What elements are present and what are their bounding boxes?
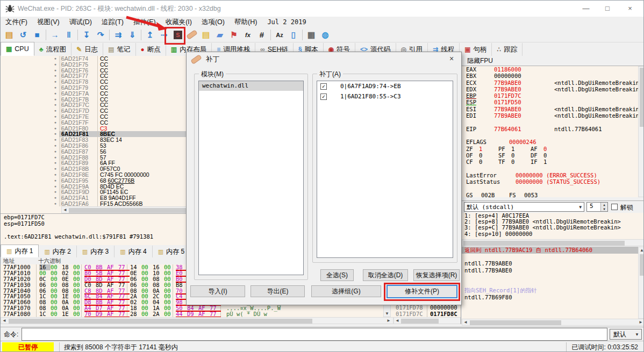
breakpoint-dot-icon[interactable]: ●: [1, 97, 59, 103]
argument-line[interactable]: 4: [esp+10] 00000000: [462, 231, 644, 237]
module-list-item[interactable]: wechatwin.dll: [199, 81, 303, 91]
breakpoint-dot-icon[interactable]: ●: [1, 195, 59, 201]
breakpoint-dot-icon[interactable]: ●: [1, 126, 59, 132]
breakpoint-dot-icon[interactable]: ●: [1, 85, 59, 91]
tab-graph[interactable]: ♣流程图: [34, 43, 71, 56]
register-line[interactable]: CF0TF0IF1: [462, 159, 638, 165]
hide-fpu-button[interactable]: 隐藏FPU: [462, 56, 644, 66]
menu-item-帮助(H)[interactable]: 帮助(H): [230, 17, 262, 28]
breakpoint-dot-icon[interactable]: ●: [1, 79, 59, 85]
register-line[interactable]: [462, 165, 638, 171]
menu-item-选项(O)[interactable]: 选项(O): [197, 17, 230, 28]
stack-info-line[interactable]: 返回到 ntdll.77B9AC19 自 ntdll.77B64060: [462, 247, 638, 254]
attach-icon[interactable]: ▯: [287, 28, 300, 41]
breakpoint-dot-icon[interactable]: ●: [1, 120, 59, 126]
dump-col-address[interactable]: 地址: [3, 257, 15, 265]
step-out-icon[interactable]: ↥: [143, 28, 157, 41]
register-line[interactable]: EAX01186000: [462, 66, 638, 73]
close-button[interactable]: ×: [622, 3, 638, 15]
restart-icon[interactable]: ↺: [16, 28, 30, 41]
stack-h-scrollbar[interactable]: ◄: [393, 317, 461, 324]
stop-icon[interactable]: ■: [30, 28, 44, 41]
stack-info-line[interactable]: ntdll.77B9ABE0: [462, 267, 638, 274]
patch-list-item[interactable]: ✓1|6AD21F80:55->C3: [317, 91, 453, 102]
dump-h-scrollbar[interactable]: ◄ ►: [1, 317, 393, 324]
registers-pane[interactable]: EAX01186000EBX00000000ECX77B9ABE0<ntdll.…: [462, 66, 638, 197]
tab-log[interactable]: ✎日志: [71, 43, 103, 56]
menu-item-视图(V)[interactable]: 视图(V): [32, 17, 65, 28]
register-line[interactable]: EBX00000000: [462, 73, 638, 79]
globe-icon[interactable]: ◍: [318, 28, 332, 41]
deselect-all-button[interactable]: 取消全选(D): [363, 269, 408, 281]
menu-item-文件(F)[interactable]: 文件(F): [1, 17, 32, 28]
register-line[interactable]: [462, 119, 638, 125]
stack-info-line[interactable]: ntdll.77B69F80: [462, 294, 638, 301]
run-to-cursor-icon[interactable]: ⇉: [111, 28, 125, 41]
register-line[interactable]: ESI77B9ABE0<ntdll.DbgUiRemoteBreakin>: [462, 106, 638, 112]
breakpoint-dot-icon[interactable]: ●: [1, 114, 59, 120]
right-panel-h-scrollbar[interactable]: ◄ ►: [462, 319, 644, 326]
open-file-icon[interactable]: ▤: [2, 28, 16, 41]
patch-checkbox[interactable]: ✓: [320, 94, 327, 100]
restore-selection-button[interactable]: 恢复选择项(R): [413, 269, 460, 281]
register-line[interactable]: EDI77B9ABE0<ntdll.DbgUiRemoteBreakin>: [462, 112, 638, 119]
patches-list[interactable]: ✓0|6A7F1AD9:74->EB✓1|6AD21F80:55->C3: [317, 81, 453, 258]
tab-notes[interactable]: ▤笔记: [103, 43, 135, 56]
breakpoint-dot-icon[interactable]: ●: [1, 131, 59, 137]
breakpoint-dot-icon[interactable]: ●: [1, 189, 59, 195]
register-line[interactable]: LastStatus00000000 (STATUS_SUCCESS): [462, 178, 638, 185]
breakpoint-dot-icon[interactable]: ●: [1, 108, 59, 114]
tab-breakpoints[interactable]: ●断点: [136, 43, 166, 56]
breakpoint-dot-icon[interactable]: ●: [1, 178, 59, 184]
import-button[interactable]: 导入(I): [190, 285, 245, 297]
arguments-h-scrollbar[interactable]: [462, 239, 644, 246]
register-line[interactable]: ZF1PF1AF0: [462, 146, 638, 152]
patch-file-button[interactable]: 修补文件(P): [387, 285, 457, 298]
menu-item-追踪(T)[interactable]: 追踪(T): [97, 17, 128, 28]
register-line[interactable]: EDX77B9ABE0<ntdll.DbgUiRemoteBreakin>: [462, 86, 638, 92]
register-line[interactable]: EFLAGS00000246: [462, 139, 638, 145]
menu-item-调试(D)[interactable]: 调试(D): [65, 17, 97, 28]
dump-row[interactable]: 77AF107008000A00A4D7AF7718001A005084AF77…: [1, 305, 393, 311]
dump-tab-4[interactable]: ▥内存 4: [115, 246, 152, 257]
stack-info-line[interactable]: ntdll.77B9ABE0: [462, 260, 638, 267]
tab-handles[interactable]: ▣句柄: [460, 43, 492, 56]
label-icon[interactable]: ▰: [213, 28, 227, 41]
breakpoint-dot-icon[interactable]: ●: [1, 73, 59, 79]
stack-info-line[interactable]: 指向SEH_Record[1]的指针: [462, 287, 638, 294]
minimize-button[interactable]: —: [578, 3, 594, 15]
select-group-button[interactable]: 选择组(G): [311, 285, 381, 297]
dump-row[interactable]: 77AF10801C001E0070D9AF7728002A0044D9AF77…: [1, 311, 393, 317]
breakpoint-dot-icon[interactable]: ●: [1, 149, 59, 155]
pause-icon[interactable]: ‖: [62, 28, 76, 41]
patch-checkbox[interactable]: ✓: [320, 83, 327, 90]
breakpoint-dot-icon[interactable]: ●: [1, 68, 59, 74]
stack-info-line[interactable]: [462, 254, 638, 261]
breakpoint-dot-icon[interactable]: ●: [1, 143, 59, 149]
breakpoint-dot-icon[interactable]: ●: [1, 91, 59, 97]
scylla-icon[interactable]: S: [171, 28, 185, 41]
register-line[interactable]: LastError00000000 (ERROR_SUCCESS): [462, 172, 638, 178]
stack-row[interactable]: 0171FD7C0171FD8C: [393, 311, 461, 317]
register-line[interactable]: ECX77B9ABE0<ntdll.DbgUiRemoteBreakin>: [462, 80, 638, 86]
command-profile-select[interactable]: 默认 ▼: [610, 329, 642, 340]
arguments-pane[interactable]: 1: [esp+4] A0C17EEA2: [esp+8] 77B9ABE0 <…: [462, 213, 644, 240]
export-button[interactable]: 导出(E): [251, 285, 305, 297]
stack-info-v-scrollbar[interactable]: ▲: [638, 247, 644, 319]
register-line[interactable]: ESP0171FD50: [462, 99, 638, 105]
registers-v-scrollbar[interactable]: [638, 66, 644, 197]
comment-icon[interactable]: ▤: [199, 28, 213, 41]
breakpoint-dot-icon[interactable]: ●: [1, 160, 59, 166]
register-line[interactable]: [462, 132, 638, 139]
run-to-user-code-icon[interactable]: ⇢: [157, 28, 171, 41]
menu-item-插件(E)[interactable]: 插件(E): [128, 17, 161, 28]
dialog-close-icon[interactable]: ×: [446, 54, 457, 64]
register-line[interactable]: EIP77B64061ntdll.77B64061: [462, 126, 638, 132]
breakpoint-dot-icon[interactable]: ●: [1, 102, 59, 108]
register-line[interactable]: OF0SF0DF0: [462, 152, 638, 159]
arg-count-stepper[interactable]: 5 ▲▼: [586, 202, 608, 212]
breakpoint-dot-icon[interactable]: ●: [1, 155, 59, 161]
select-all-button[interactable]: 全选(S): [320, 269, 354, 281]
step-over-icon[interactable]: ↷: [94, 28, 108, 41]
breakpoint-dot-icon[interactable]: ●: [1, 184, 59, 190]
